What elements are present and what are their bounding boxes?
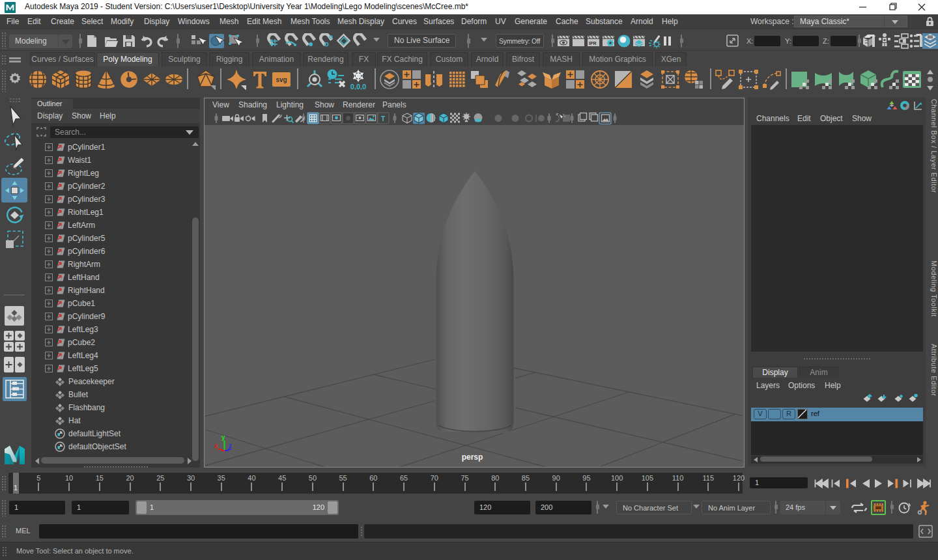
svg-text:persp: persp [462,453,483,462]
svg-text:svg: svg [276,76,287,83]
svg-text:x: x [214,442,218,449]
svg-text:IPR: IPR [589,41,597,46]
svg-text:y: y [221,434,225,441]
svg-text:z: z [229,442,232,449]
svg-text:T: T [381,115,385,122]
svg-text:0,0,0: 0,0,0 [350,83,366,90]
